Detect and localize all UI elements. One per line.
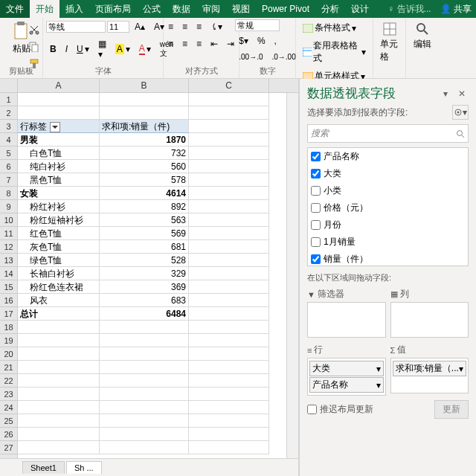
increase-font-button[interactable]: A▴ <box>131 19 149 34</box>
sheet-tab-1[interactable]: Sheet1 <box>22 461 65 474</box>
cell[interactable]: 绿色T恤 <box>18 254 100 267</box>
row-header[interactable]: 11 <box>0 227 17 240</box>
cell[interactable] <box>189 173 269 187</box>
align-left-button[interactable]: ≡ <box>164 36 177 51</box>
cell[interactable] <box>18 414 100 428</box>
cells-button[interactable]: 单元格 <box>376 19 402 65</box>
cell[interactable] <box>18 334 100 347</box>
cell[interactable] <box>189 240 269 254</box>
row-header[interactable]: 24 <box>0 401 17 414</box>
update-button[interactable]: 更新 <box>434 400 469 419</box>
cell[interactable] <box>189 280 269 294</box>
cell[interactable]: 732 <box>100 147 189 160</box>
table-format-button[interactable]: 套用表格格式▾ <box>299 37 370 67</box>
field-item[interactable]: 销量（件） <box>308 251 468 266</box>
ribbon-tab-1[interactable]: 开始 <box>30 0 60 18</box>
row-header[interactable]: 10 <box>0 213 17 227</box>
cell[interactable]: 总计 <box>18 307 100 321</box>
row-header[interactable]: 1 <box>0 93 17 106</box>
cell[interactable] <box>100 414 189 428</box>
cell[interactable] <box>189 267 269 280</box>
cell[interactable] <box>189 307 269 321</box>
format-painter-button[interactable] <box>25 57 43 71</box>
cell[interactable] <box>189 401 269 414</box>
decrease-decimal-button[interactable]: .0→.00 <box>268 51 300 63</box>
row-header[interactable]: 17 <box>0 307 17 321</box>
copy-button[interactable] <box>25 39 43 54</box>
border-button[interactable]: ▦ ▾ <box>94 36 110 62</box>
cell[interactable]: 黑色T恤 <box>18 173 100 187</box>
comma-button[interactable]: , <box>271 33 280 48</box>
row-header[interactable]: 23 <box>0 387 17 401</box>
field-checkbox[interactable] <box>311 254 321 264</box>
panel-close-button[interactable]: ✕ <box>455 89 469 99</box>
row-header[interactable]: 12 <box>0 240 17 254</box>
row-header[interactable]: 15 <box>0 280 17 294</box>
field-checkbox[interactable] <box>311 152 321 161</box>
cell[interactable] <box>189 160 269 173</box>
cell[interactable] <box>100 374 189 387</box>
cell[interactable] <box>189 200 269 213</box>
underline-button[interactable]: U ▾ <box>73 42 93 57</box>
cell[interactable]: 6484 <box>100 307 189 321</box>
cell[interactable] <box>189 213 269 227</box>
cell[interactable]: 风衣 <box>18 294 100 307</box>
row-header[interactable]: 22 <box>0 374 17 387</box>
ribbon-tab-3[interactable]: 页面布局 <box>89 0 137 18</box>
cell[interactable] <box>18 387 100 401</box>
cell[interactable]: 纯白衬衫 <box>18 160 100 173</box>
field-item[interactable]: 月份 <box>308 216 468 234</box>
number-format-select[interactable] <box>235 19 280 31</box>
cell[interactable]: 灰色T恤 <box>18 240 100 254</box>
ribbon-tab-8[interactable]: Power Pivot <box>256 0 315 18</box>
field-checkbox[interactable] <box>311 186 321 196</box>
row-header[interactable]: 2 <box>0 106 17 120</box>
cell[interactable] <box>100 441 189 454</box>
select-all-corner[interactable] <box>0 79 18 92</box>
cell[interactable] <box>189 147 269 160</box>
cell[interactable] <box>18 401 100 414</box>
cell[interactable]: 男装 <box>18 133 100 147</box>
col-header-A[interactable]: A <box>18 79 100 92</box>
row-header[interactable]: 9 <box>0 200 17 213</box>
cell[interactable] <box>100 93 189 106</box>
cell[interactable]: 白色T恤 <box>18 147 100 160</box>
cell[interactable] <box>189 187 269 200</box>
cell[interactable] <box>189 414 269 428</box>
columns-area[interactable] <box>390 302 469 338</box>
cell[interactable]: 粉红短袖衬衫 <box>18 213 100 227</box>
cell[interactable]: 329 <box>100 267 189 280</box>
area-item[interactable]: 大类▾ <box>309 361 384 376</box>
cell[interactable]: 563 <box>100 213 189 227</box>
increase-decimal-button[interactable]: .00→.0 <box>235 51 266 63</box>
field-checkbox[interactable] <box>311 220 321 230</box>
cell[interactable] <box>189 227 269 240</box>
panel-settings-button[interactable]: ▾ <box>452 105 469 120</box>
cell[interactable]: 粉红衬衫 <box>18 200 100 213</box>
row-header[interactable]: 14 <box>0 267 17 280</box>
currency-button[interactable]: $▾ <box>235 33 252 48</box>
row-header[interactable]: 8 <box>0 187 17 200</box>
area-item[interactable]: 求和项:销量（...▾ <box>393 361 467 376</box>
ribbon-tab-2[interactable]: 插入 <box>60 0 89 18</box>
align-bottom-button[interactable]: ≡ <box>193 19 205 34</box>
cell[interactable]: 求和项:销量（件) <box>100 120 189 133</box>
cell[interactable] <box>100 106 189 120</box>
row-header[interactable]: 19 <box>0 334 17 347</box>
row-header[interactable]: 20 <box>0 347 17 361</box>
cell[interactable] <box>18 106 100 120</box>
sheet-tab-2[interactable]: Sh ... <box>66 461 102 474</box>
align-center-button[interactable]: ≡ <box>178 36 191 51</box>
cell[interactable]: 1870 <box>100 133 189 147</box>
field-item[interactable]: 价格（元） <box>308 199 468 216</box>
values-area[interactable]: 求和项:销量（...▾ <box>390 358 469 393</box>
tell-me[interactable]: ♀ 告诉我... <box>375 3 436 16</box>
align-middle-button[interactable]: ≡ <box>178 19 191 34</box>
cell[interactable]: 长袖白衬衫 <box>18 267 100 280</box>
ribbon-tab-10[interactable]: 设计 <box>345 0 375 18</box>
cell[interactable] <box>18 321 100 334</box>
font-name-select[interactable] <box>46 21 106 33</box>
row-header[interactable]: 4 <box>0 133 17 147</box>
align-top-button[interactable]: ≡ <box>164 19 177 34</box>
cell-grid[interactable]: 行标签求和项:销量（件)男装1870白色T恤732纯白衬衫560黑色T恤578女… <box>18 93 286 458</box>
